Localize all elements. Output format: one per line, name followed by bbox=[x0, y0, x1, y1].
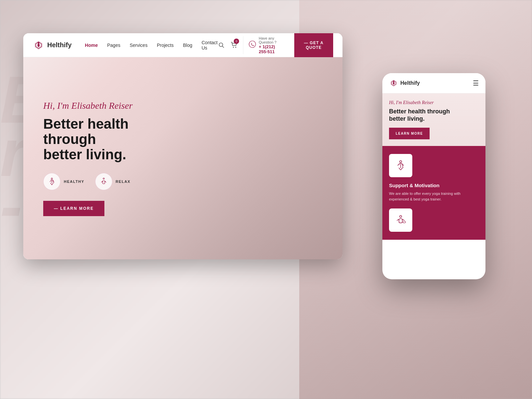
mobile-service-card-1 bbox=[389, 154, 412, 177]
desktop-mockup: Helthify Home Pages Services Projects Bl… bbox=[23, 33, 342, 259]
mobile-section-text: We are able to offer every yoga training… bbox=[389, 191, 479, 202]
mobile-learn-more-button[interactable]: LEARN MORE bbox=[389, 128, 430, 139]
svg-point-2 bbox=[38, 42, 40, 44]
desktop-hero: Hi, I'm Elisabeth Reiser Better health t… bbox=[23, 57, 342, 259]
nav-contact[interactable]: Contact Us bbox=[201, 40, 217, 51]
desktop-nav: Helthify Home Pages Services Projects Bl… bbox=[23, 33, 342, 57]
hero-icon-relax: RELAX bbox=[95, 173, 131, 190]
healthy-icon-circle bbox=[43, 173, 61, 190]
relax-label: RELAX bbox=[116, 180, 131, 184]
mobile-mockup: Helthify ☰ Hi, I'm Elisabeth Reiser Bett… bbox=[382, 73, 485, 279]
svg-point-15 bbox=[403, 221, 406, 223]
mobile-hero: Hi, I'm Elisabeth Reiser Better health t… bbox=[382, 93, 485, 146]
mobile-logo-icon bbox=[389, 78, 398, 88]
nav-blog[interactable]: Blog bbox=[183, 43, 192, 48]
svg-point-6 bbox=[235, 47, 236, 48]
phone-number: + 1(212) 255-511 bbox=[259, 44, 280, 54]
svg-line-4 bbox=[222, 46, 224, 48]
mobile-service-card-2 bbox=[389, 208, 412, 232]
desktop-phone-area: Have any Question ? + 1(212) 255-511 bbox=[243, 36, 285, 54]
search-icon bbox=[218, 42, 224, 48]
mobile-services-section: Support & Motivation We are able to offe… bbox=[382, 146, 485, 240]
relax-icon-circle bbox=[95, 173, 112, 190]
hero-heading: Better health through better living. bbox=[43, 116, 176, 163]
svg-point-8 bbox=[51, 178, 53, 179]
relax-yoga-icon bbox=[99, 177, 108, 186]
hero-script-text: Hi, I'm Elisabeth Reiser bbox=[43, 100, 176, 111]
hero-content: Hi, I'm Elisabeth Reiser Better health t… bbox=[43, 100, 176, 216]
desktop-logo[interactable]: Helthify bbox=[33, 39, 71, 51]
hero-icon-healthy: HEALTHY bbox=[43, 173, 84, 190]
svg-point-13 bbox=[400, 161, 402, 163]
phone-icon bbox=[249, 41, 256, 50]
mobile-nav: Helthify ☰ bbox=[382, 73, 485, 93]
svg-point-5 bbox=[233, 47, 234, 48]
desktop-logo-text: Helthify bbox=[47, 41, 71, 49]
logo-icon bbox=[33, 39, 45, 51]
nav-pages[interactable]: Pages bbox=[107, 43, 120, 48]
desktop-learn-more-button[interactable]: — LEARN MORE bbox=[43, 201, 104, 216]
desktop-nav-actions: 0 Have any Question ? + 1(212) 255-511 —… bbox=[218, 33, 333, 57]
mobile-hero-script: Hi, I'm Elisabeth Reiser bbox=[389, 100, 479, 105]
healthy-label: HEALTHY bbox=[64, 180, 84, 184]
svg-point-9 bbox=[103, 178, 104, 179]
hamburger-menu[interactable]: ☰ bbox=[473, 79, 479, 87]
nav-home[interactable]: Home bbox=[85, 43, 98, 48]
nav-projects[interactable]: Projects bbox=[157, 43, 174, 48]
svg-point-14 bbox=[400, 215, 402, 217]
svg-point-7 bbox=[249, 41, 256, 48]
mobile-hero-heading: Better health through better living. bbox=[389, 108, 479, 122]
desktop-nav-links: Home Pages Services Projects Blog Contac… bbox=[85, 40, 217, 51]
mobile-section-title: Support & Motivation bbox=[389, 183, 479, 188]
get-quote-button[interactable]: — GET A QUOTE bbox=[294, 33, 333, 57]
search-button[interactable] bbox=[218, 40, 225, 51]
cart-button[interactable]: 0 bbox=[230, 40, 238, 51]
hero-icons-row: HEALTHY RELAX bbox=[43, 173, 176, 190]
svg-point-12 bbox=[393, 81, 394, 82]
cart-badge: 0 bbox=[234, 39, 239, 44]
mobile-logo[interactable]: Helthify bbox=[389, 78, 420, 88]
nav-services[interactable]: Services bbox=[130, 43, 148, 48]
relaxation-icon bbox=[394, 214, 407, 226]
phone-question: Have any Question ? bbox=[259, 36, 280, 44]
healthy-yoga-icon bbox=[47, 177, 57, 186]
mobile-logo-text: Helthify bbox=[400, 80, 420, 86]
phone-info: Have any Question ? + 1(212) 255-511 bbox=[259, 36, 280, 54]
support-motivation-icon bbox=[394, 159, 407, 172]
